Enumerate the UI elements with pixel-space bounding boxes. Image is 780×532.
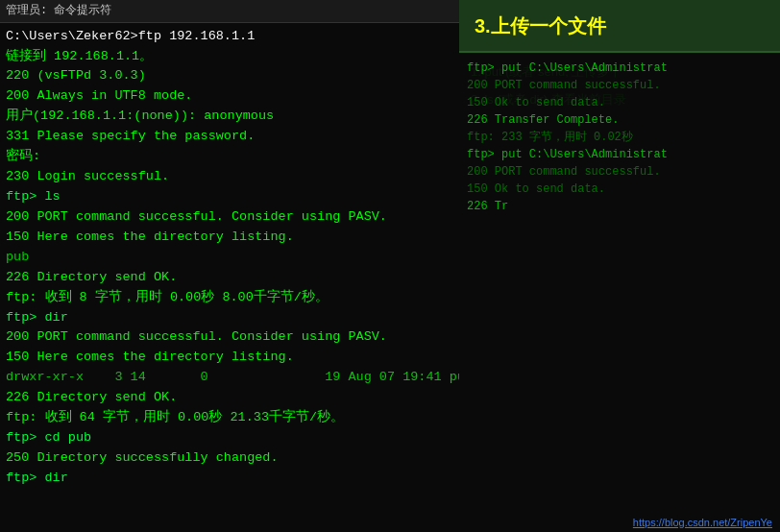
overlay-lines: ftp> put C:\Users\Administrat200 PORT co… bbox=[467, 60, 772, 215]
overlay-line: 150 Ok to send data. bbox=[467, 94, 772, 111]
terminal-line: 230 Login successful. bbox=[6, 167, 453, 187]
overlay-line: 150 Ok to send data. bbox=[467, 181, 772, 198]
overlay-terminal: ftp> put C:\Users\Administrat200 PORT co… bbox=[459, 54, 780, 532]
overlay-line: 200 PORT command successful. bbox=[467, 77, 772, 94]
terminal-line: ftp> ls bbox=[6, 187, 453, 207]
overlay-line: 200 PORT command successful. bbox=[467, 163, 772, 181]
overlay-line: 226 Tr bbox=[467, 198, 772, 215]
terminal-line: 150 Here comes the directory listing. bbox=[6, 348, 453, 368]
terminal-lines: C:\Users\Zeker62>ftp 192.168.1.1链接到 192.… bbox=[6, 27, 453, 489]
terminal-line: ftp> dir bbox=[6, 469, 453, 489]
terminal-line: 链接到 192.168.1.1。 bbox=[6, 47, 453, 67]
right-panel: 3.上传一个文件 1. put (或者 send, 上传多个 2. ls (或者… bbox=[459, 0, 780, 532]
terminal-line: C:\Users\Zeker62>ftp 192.168.1.1 bbox=[6, 27, 453, 47]
terminal-line: pub bbox=[6, 248, 453, 268]
terminal-line: ftp> dir bbox=[6, 308, 453, 328]
terminal-line: 密码: bbox=[6, 147, 453, 167]
terminal-line: 220 (vsFTPd 3.0.3) bbox=[6, 66, 453, 86]
overlay-line: ftp: 233 字节，用时 0.02秒 bbox=[467, 129, 772, 146]
terminal-left: 管理员: 命令提示符 C:\Users\Zeker62>ftp 192.168.… bbox=[0, 0, 459, 532]
overlay-line: ftp> put C:\Users\Administrat bbox=[467, 60, 772, 77]
terminal-line: 226 Directory send OK. bbox=[6, 388, 453, 408]
terminal-line: 200 PORT command successful. Consider us… bbox=[6, 327, 453, 348]
terminal-line: 200 PORT command successful. Consider us… bbox=[6, 207, 453, 228]
overlay-line: 226 Transfer Complete. bbox=[467, 111, 772, 129]
terminal-line: ftp: 收到 8 字节，用时 0.00秒 8.00千字节/秒。 bbox=[6, 288, 453, 308]
title-bar: 管理员: 命令提示符 bbox=[0, 0, 459, 23]
terminal-line: 226 Directory send OK. bbox=[6, 268, 453, 288]
terminal-line: drwxr-xr-x 3 14 0 19 Aug 07 19:41 pub bbox=[6, 368, 453, 388]
terminal-line: ftp> cd pub bbox=[6, 428, 453, 448]
terminal-line: 150 Here comes the directory listing. bbox=[6, 228, 453, 248]
watermark: https://blog.csdn.net/ZripenYe bbox=[633, 517, 772, 528]
terminal-line: ftp: 收到 64 字节，用时 0.00秒 21.33千字节/秒。 bbox=[6, 408, 453, 428]
right-panel-header: 3.上传一个文件 bbox=[459, 0, 780, 53]
overlay-line: ftp> put C:\Users\Administrat bbox=[467, 146, 772, 163]
terminal-line: 200 Always in UTF8 mode. bbox=[6, 86, 453, 107]
terminal-line: 250 Directory successfully changed. bbox=[6, 448, 453, 469]
terminal-line: 331 Please specify the password. bbox=[6, 127, 453, 147]
terminal-line: 用户(192.168.1.1:(none)): anonymous bbox=[6, 107, 453, 127]
